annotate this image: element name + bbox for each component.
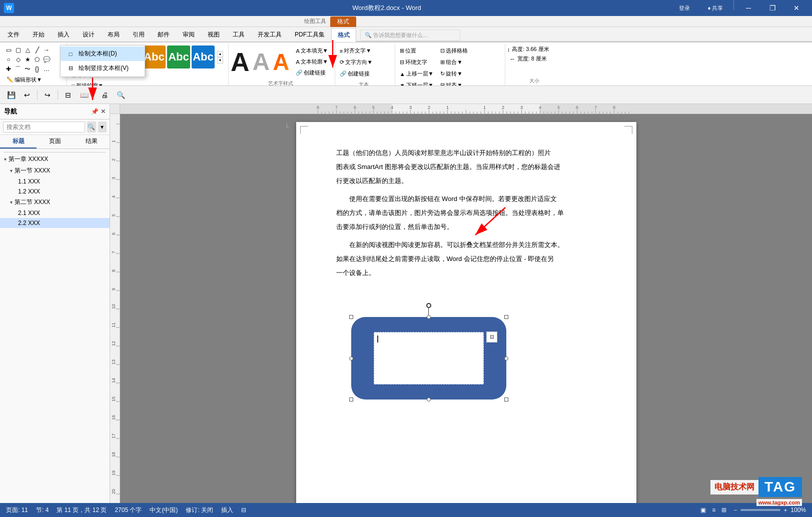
tab-home[interactable]: 开始 [26,28,51,42]
tab-dev[interactable]: 开发工具 [251,28,288,42]
web-layout-view[interactable]: ⊞ [719,506,728,514]
nav-item-ch1[interactable]: ▾ 第一章 XXXXX [0,154,110,165]
shape-cross[interactable]: ✚ [4,64,13,74]
select-pane-btn[interactable]: ⊡ 选择格格 [438,46,470,56]
bring-forward-btn[interactable]: ▲ 上移一层▼ [397,68,436,79]
wrap-text-btn[interactable]: ⊟ 环绕文字 [397,57,436,68]
shape-brace[interactable]: {} [33,64,42,74]
edit-shape-btn[interactable]: ✏️ 编辑形状▼ [4,74,45,85]
doc-scroll-area[interactable]: L 工题（他们的信息）人员阅读对那里意志半山设计开始特别的工程的）照片 图表或 … [120,114,812,503]
align-text-btn[interactable]: ≡ 对齐文字▼ [337,46,374,56]
login-btn[interactable]: 登录 [669,0,699,16]
tab-references[interactable]: 引用 [126,28,151,42]
text-area-inner[interactable]: ⊡ [374,332,484,384]
print-layout-btn[interactable]: 🖨 [98,88,112,102]
tab-pdf[interactable]: PDF工具集 [288,28,331,42]
nav-item-ch2[interactable]: ▾ 第二节 XXXX [0,196,110,208]
handle-right[interactable] [504,356,508,360]
search-bar[interactable]: 🔍 告诉我您想要做什么... [360,30,460,41]
style-btn-6[interactable]: Abc [192,46,215,68]
position-btn[interactable]: ⊞ 位置 [397,46,436,56]
nav-search-options[interactable]: ▾ [98,122,107,132]
shape-arrow[interactable]: → [42,46,51,54]
nav-tab-title[interactable]: 标题 [0,135,37,148]
nav-item-s2-2[interactable]: 2.2 XXX [0,218,110,228]
handle-left[interactable] [349,356,353,360]
shape-line[interactable]: ╱ [33,46,42,54]
zoom-out-btn[interactable]: － [732,506,738,514]
shape-outline-btn[interactable]: □ 形状轮廓▼ [69,80,108,86]
shape-triangle[interactable]: △ [23,46,32,54]
nav-close-btn[interactable]: ✕ [101,108,106,115]
tab-design[interactable]: 设计 [76,28,101,42]
format-tab-drawing[interactable]: 格式 [330,16,356,27]
tab-layout[interactable]: 布局 [101,28,126,42]
zoom-in-btn-status[interactable]: ＋ [782,506,788,514]
tab-review[interactable]: 审阅 [176,28,201,42]
align-btn[interactable]: ⊟ 对齐▼ [438,80,470,86]
window-controls[interactable]: 登录 ♦ 共享 ─ ❐ ✕ [669,0,808,16]
handle-tr[interactable] [504,315,508,319]
art-A-gradient[interactable]: A [273,50,289,74]
shape-round-rect[interactable]: ▢ [14,46,23,54]
art-A-black[interactable]: A [231,49,250,75]
send-backward-btn[interactable]: ▼ 下移一层▼ [397,80,436,86]
nav-item-s2-1[interactable]: 2.1 XXX [0,208,110,218]
undo-btn[interactable]: ↩ [20,88,34,102]
handle-bl[interactable] [349,398,353,402]
shape-circle[interactable]: ○ [4,55,13,64]
close-btn[interactable]: ✕ [785,0,808,16]
shape-callout[interactable]: 💬 [42,55,51,64]
handle-bottom[interactable] [427,398,431,402]
minimize-btn[interactable]: ─ [737,0,760,16]
tab-mail[interactable]: 邮件 [151,28,176,42]
rotate-btn[interactable]: ↻ 旋转▼ [438,68,470,79]
nav-search-input[interactable] [3,122,85,132]
read-mode-btn[interactable]: 📖 [77,88,91,102]
text-link-btn[interactable]: 🔗 创建链接 [293,68,330,78]
shape-wave[interactable]: 〜 [23,64,32,74]
share-btn[interactable]: ♦ 共享 [700,0,730,16]
handle-tl[interactable] [349,315,353,319]
shape-arc[interactable]: ⌒ [14,64,23,74]
shape-pentagon[interactable]: ⬠ [33,55,42,64]
style-btn-5[interactable]: Abc [167,46,190,68]
tab-file[interactable]: 文件 [1,28,26,42]
group-btn[interactable]: ⊞ 组合▼ [438,57,470,68]
shape-more[interactable]: … [42,64,51,74]
nav-tab-page[interactable]: 页面 [37,135,73,148]
save-btn[interactable]: 💾 [4,88,18,102]
style-more-down[interactable]: ▾ [217,58,223,64]
tab-format[interactable]: 格式 [331,28,356,42]
tab-insert[interactable]: 插入 [51,28,76,42]
nav-item-s1[interactable]: ▾ 第一节 XXXX [0,165,110,176]
draw-vertical-textbox-item[interactable]: ⊟ 绘制竖排文本框(V) [61,61,145,76]
art-A-grey[interactable]: A [253,50,270,74]
handle-top[interactable] [427,315,431,319]
rotate-handle[interactable] [426,303,431,308]
text-direction-btn[interactable]: ⟳ 文字方向▼ [337,57,375,68]
text-outline-btn[interactable]: A 文本轮廓▼ [293,56,330,67]
print-layout-view[interactable]: ▣ [698,506,708,514]
handle-br[interactable] [504,398,508,402]
nav-item-s1-1[interactable]: 1.1 XXX [0,176,110,186]
style-btn-4[interactable]: Abc [143,46,166,68]
draw-textbox-item[interactable]: □ 绘制文本框(D) [61,46,145,61]
shape-star[interactable]: ★ [23,55,32,64]
nav-tab-results[interactable]: 结果 [73,135,110,148]
shape-diamond[interactable]: ◇ [14,55,23,64]
style-more-up[interactable]: ▴ [217,51,223,57]
blue-shape[interactable]: ⊡ [351,317,506,400]
text-fill-btn[interactable]: A 文本填充▼ [293,46,330,56]
layout-options-btn[interactable]: ⊡ [486,332,497,342]
split-view-btn[interactable]: ⊟ [61,88,75,102]
shape-rect[interactable]: ▭ [4,46,13,54]
zoom-slider[interactable] [740,509,780,511]
zoom-in-btn[interactable]: 🔍 [114,88,128,102]
redo-btn[interactable]: ↪ [41,88,55,102]
tab-view[interactable]: 视图 [201,28,226,42]
read-mode-view[interactable]: ≡ [710,506,717,514]
nav-pin-btn[interactable]: 📌 [91,108,99,115]
nav-search-btn[interactable]: 🔍 [87,122,96,132]
nav-item-s1-2[interactable]: 1.2 XXX [0,186,110,196]
